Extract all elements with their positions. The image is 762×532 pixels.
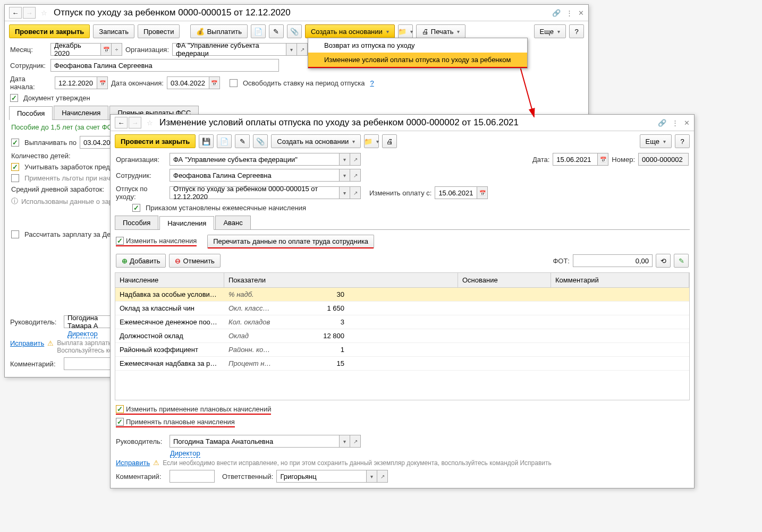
post-button[interactable]: Провести: [138, 24, 180, 38]
create-based-button[interactable]: Создать на основании: [305, 24, 395, 38]
more-button[interactable]: Еще: [640, 134, 672, 148]
dropdown-item-change-conditions[interactable]: Изменение условий оплаты отпуска по уход…: [308, 53, 527, 68]
dropdown-icon[interactable]: ▾: [367, 470, 377, 483]
date-start-field[interactable]: 12.12.2020: [55, 76, 97, 89]
more-button[interactable]: Еще: [534, 24, 566, 38]
calendar-icon[interactable]: 📅: [209, 76, 220, 89]
attach-icon-button[interactable]: 📎: [253, 134, 268, 148]
pay-button[interactable]: 💰Выплатить: [190, 24, 248, 38]
th-base[interactable]: Основание: [458, 273, 551, 287]
document-icon-button[interactable]: 📄: [251, 24, 266, 38]
print-icon-button[interactable]: 🖨: [382, 134, 397, 148]
open-icon[interactable]: ↗: [350, 435, 361, 448]
help-button[interactable]: ?: [675, 134, 690, 148]
fix-link[interactable]: Исправить: [10, 339, 44, 347]
refresh-button[interactable]: ⟲: [656, 254, 671, 268]
help-button[interactable]: ?: [569, 24, 584, 38]
folder-icon-button[interactable]: 📁: [364, 134, 379, 148]
calendar-icon[interactable]: 📅: [97, 76, 108, 89]
dropdown-icon[interactable]: ▾: [286, 43, 297, 56]
open-icon[interactable]: ↗: [350, 153, 361, 166]
favorite-star-icon[interactable]: ☆: [39, 7, 49, 18]
open-icon[interactable]: ↗: [350, 186, 361, 199]
kebab-menu-icon[interactable]: ⋮: [672, 119, 679, 127]
dropdown-icon[interactable]: ▾: [340, 169, 350, 182]
edit-icon-button[interactable]: ✎: [235, 134, 250, 148]
open-icon[interactable]: ↗: [377, 470, 388, 483]
create-based-button[interactable]: Создать на основании: [271, 134, 361, 148]
dropdown-icon[interactable]: ▾: [340, 153, 350, 166]
dropdown-icon[interactable]: ▾: [340, 186, 350, 199]
tab-advance[interactable]: Аванс: [215, 216, 250, 229]
manager-field[interactable]: Погодина Тамара Анатольевна: [170, 435, 340, 448]
order-set-checkbox[interactable]: [132, 204, 140, 212]
post-and-close-button[interactable]: Провести и закрыть: [9, 24, 90, 38]
fix-link[interactable]: Исправить: [116, 459, 150, 467]
table-row[interactable]: Надбавка за особые условия слу… % надб. …: [115, 288, 689, 302]
reread-button[interactable]: Перечитать данные по оплате труда сотруд…: [207, 235, 374, 248]
nav-forward-button[interactable]: →: [23, 7, 36, 19]
dropdown-icon[interactable]: ▾: [340, 435, 350, 448]
employee-field[interactable]: Феофанова Галина Сергеевна: [50, 59, 279, 72]
post-and-close-button[interactable]: Провести и закрыть: [115, 134, 196, 148]
position-link[interactable]: Директор: [67, 330, 98, 338]
open-icon[interactable]: ↗: [297, 43, 308, 56]
comment-field[interactable]: [170, 470, 215, 483]
dropdown-item-return[interactable]: Возврат из отпуска по уходу: [308, 38, 527, 53]
org-field[interactable]: ФА "Управление субъекта федерации": [170, 153, 340, 166]
link-icon[interactable]: 🔗: [658, 119, 666, 127]
pay-to-checkbox[interactable]: [11, 139, 19, 147]
print-button[interactable]: 🖨 Печать: [416, 24, 466, 38]
free-rate-checkbox[interactable]: [230, 79, 238, 87]
calendar-icon[interactable]: 📅: [477, 186, 488, 199]
save-icon-button[interactable]: 💾: [199, 134, 214, 148]
org-field[interactable]: ФА "Управление субъекта федераци: [172, 43, 286, 56]
table-row[interactable]: Районный коэффициент Районн. ко… 1: [115, 343, 689, 357]
table-row[interactable]: Ежемесячная надбавка за работ… Процент н…: [115, 357, 689, 371]
apply-plan-checkbox[interactable]: [116, 418, 124, 426]
date-field[interactable]: 15.06.2021: [553, 153, 598, 166]
table-row[interactable]: Ежемесячное денежное поощре… Кол. окладо…: [115, 315, 689, 329]
close-icon[interactable]: ✕: [684, 119, 690, 127]
cancel-button[interactable]: ⊖Отменить: [169, 254, 220, 268]
document-icon-button[interactable]: 📄: [217, 134, 232, 148]
leave-field[interactable]: Отпуск по уходу за ребенком 0000-000015 …: [170, 186, 340, 199]
th-name[interactable]: Начисление: [115, 273, 224, 287]
date-end-field[interactable]: 03.04.2022: [167, 76, 209, 89]
link-icon[interactable]: 🔗: [552, 9, 561, 17]
nav-forward-button[interactable]: →: [129, 117, 141, 128]
tab-accruals[interactable]: Начисления: [54, 106, 108, 119]
tab-benefits[interactable]: Пособия: [115, 216, 158, 229]
calc-dec-checkbox[interactable]: [11, 230, 19, 238]
comment-field[interactable]: [64, 357, 117, 370]
change-from-field[interactable]: 15.06.2021: [435, 186, 477, 199]
apply-benefits-checkbox[interactable]: [11, 174, 19, 182]
kebab-menu-icon[interactable]: ⋮: [566, 9, 573, 17]
nav-back-button[interactable]: ←: [115, 117, 128, 128]
save-button[interactable]: Записать: [93, 24, 134, 38]
responsible-field[interactable]: Григорьянц: [276, 470, 367, 483]
change-plan-checkbox[interactable]: [116, 405, 124, 413]
nav-back-button[interactable]: ←: [9, 7, 22, 19]
attach-icon-button[interactable]: 📎: [287, 24, 302, 38]
employee-field[interactable]: Феофанова Галина Сергеевна: [170, 169, 340, 182]
edit-fot-button[interactable]: ✎: [674, 254, 689, 268]
calendar-icon[interactable]: 📅: [598, 153, 608, 166]
favorite-star-icon[interactable]: ☆: [145, 117, 155, 128]
th-comment[interactable]: Комментарий: [551, 273, 689, 287]
calendar-icon[interactable]: 📅: [101, 43, 112, 56]
th-indicators[interactable]: Показатели: [224, 273, 458, 287]
change-accruals-checkbox[interactable]: [116, 237, 124, 245]
use-prev-checkbox[interactable]: [11, 163, 19, 171]
tab-accruals[interactable]: Начисления: [159, 216, 214, 230]
close-icon[interactable]: ✕: [578, 9, 584, 17]
table-row[interactable]: Должностной оклад Оклад 12 800: [115, 329, 689, 343]
fot-field[interactable]: 0,00: [573, 254, 653, 267]
open-icon[interactable]: ↗: [350, 169, 361, 182]
help-link-icon[interactable]: ?: [370, 79, 374, 87]
approved-checkbox[interactable]: [10, 94, 18, 102]
add-button[interactable]: ⊕Добавить: [116, 254, 166, 268]
position-link[interactable]: Директор: [170, 449, 200, 458]
table-row[interactable]: Оклад за классный чин Окл. класс… 1 650: [115, 302, 689, 315]
stepper-icon[interactable]: ÷: [112, 43, 122, 56]
